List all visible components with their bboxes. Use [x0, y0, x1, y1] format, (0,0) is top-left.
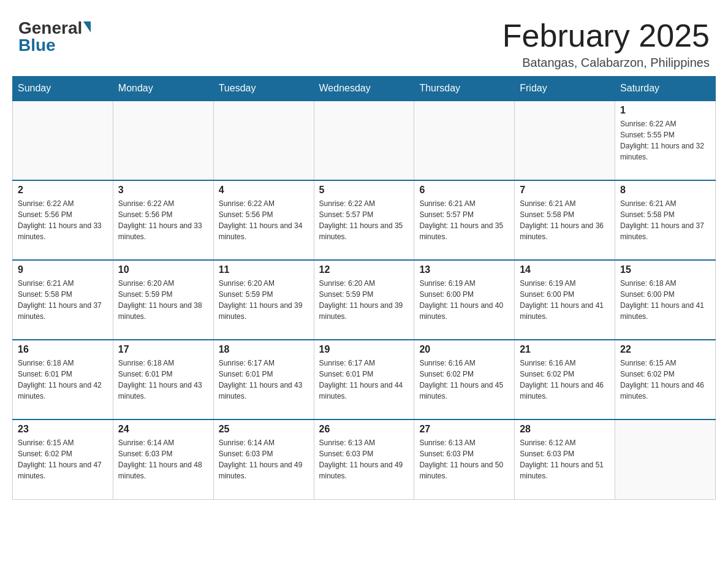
daylight-text: Daylight: 11 hours and 38 minutes. [118, 300, 208, 322]
daylight-text: Daylight: 11 hours and 35 minutes. [319, 220, 409, 242]
sunrise-text: Sunrise: 6:12 AM [520, 437, 610, 448]
sunset-text: Sunset: 6:03 PM [118, 448, 208, 459]
daylight-text: Daylight: 11 hours and 46 minutes. [520, 380, 610, 402]
calendar-week-row: 16Sunrise: 6:18 AMSunset: 6:01 PMDayligh… [13, 340, 716, 419]
sunrise-text: Sunrise: 6:14 AM [219, 437, 309, 448]
day-number: 27 [419, 424, 509, 435]
sunrise-text: Sunrise: 6:15 AM [18, 437, 108, 448]
calendar-day-cell: 19Sunrise: 6:17 AMSunset: 6:01 PMDayligh… [314, 340, 414, 419]
sunrise-text: Sunrise: 6:22 AM [118, 198, 208, 209]
calendar-day-cell: 26Sunrise: 6:13 AMSunset: 6:03 PMDayligh… [314, 419, 414, 499]
sunset-text: Sunset: 5:59 PM [319, 289, 409, 300]
logo: General Blue [18, 18, 91, 55]
sunrise-text: Sunrise: 6:18 AM [118, 358, 208, 369]
day-number: 12 [319, 264, 409, 275]
calendar-day-cell: 13Sunrise: 6:19 AMSunset: 6:00 PMDayligh… [414, 260, 515, 340]
daylight-text: Daylight: 11 hours and 34 minutes. [219, 220, 309, 242]
day-number: 10 [118, 264, 208, 275]
calendar-day-cell: 10Sunrise: 6:20 AMSunset: 5:59 PMDayligh… [113, 260, 213, 340]
day-number: 26 [319, 424, 409, 435]
calendar-day-cell: 3Sunrise: 6:22 AMSunset: 5:56 PMDaylight… [113, 180, 213, 260]
day-number: 16 [18, 344, 108, 355]
sunrise-text: Sunrise: 6:13 AM [319, 437, 409, 448]
sunset-text: Sunset: 6:00 PM [620, 289, 710, 300]
day-info: Sunrise: 6:13 AMSunset: 6:03 PMDaylight:… [319, 437, 409, 481]
sunrise-text: Sunrise: 6:16 AM [520, 358, 610, 369]
day-info: Sunrise: 6:22 AMSunset: 5:56 PMDaylight:… [18, 198, 108, 242]
calendar-day-cell: 14Sunrise: 6:19 AMSunset: 6:00 PMDayligh… [515, 260, 615, 340]
day-number: 9 [18, 264, 108, 275]
sunrise-text: Sunrise: 6:18 AM [620, 278, 710, 289]
title-section: February 2025 Batangas, Calabarzon, Phil… [502, 18, 710, 70]
day-info: Sunrise: 6:22 AMSunset: 5:55 PMDaylight:… [620, 118, 710, 163]
day-number: 17 [118, 344, 208, 355]
daylight-text: Daylight: 11 hours and 51 minutes. [520, 459, 610, 481]
daylight-text: Daylight: 11 hours and 45 minutes. [419, 380, 509, 402]
day-number: 23 [18, 424, 108, 435]
day-number: 1 [620, 105, 710, 116]
calendar-day-cell: 17Sunrise: 6:18 AMSunset: 6:01 PMDayligh… [113, 340, 213, 419]
calendar-day-cell: 15Sunrise: 6:18 AMSunset: 6:00 PMDayligh… [615, 260, 716, 340]
sunset-text: Sunset: 5:57 PM [319, 209, 409, 220]
day-info: Sunrise: 6:22 AMSunset: 5:56 PMDaylight:… [118, 198, 208, 242]
day-number: 14 [520, 264, 610, 275]
day-number: 19 [319, 344, 409, 355]
day-number: 3 [118, 185, 208, 196]
day-number: 24 [118, 424, 208, 435]
daylight-text: Daylight: 11 hours and 32 minutes. [620, 140, 710, 163]
sunrise-text: Sunrise: 6:20 AM [118, 278, 208, 289]
calendar-day-cell: 28Sunrise: 6:12 AMSunset: 6:03 PMDayligh… [515, 419, 615, 499]
daylight-text: Daylight: 11 hours and 43 minutes. [219, 380, 309, 402]
daylight-text: Daylight: 11 hours and 40 minutes. [419, 300, 509, 322]
day-info: Sunrise: 6:20 AMSunset: 5:59 PMDaylight:… [319, 278, 409, 322]
daylight-text: Daylight: 11 hours and 42 minutes. [18, 380, 108, 402]
calendar-day-cell [414, 101, 515, 180]
sunset-text: Sunset: 6:00 PM [419, 289, 509, 300]
calendar-day-cell [13, 101, 113, 180]
calendar-day-cell [515, 101, 615, 180]
day-number: 6 [419, 185, 509, 196]
daylight-text: Daylight: 11 hours and 50 minutes. [419, 459, 509, 481]
header-saturday: Saturday [615, 77, 716, 101]
calendar-week-row: 1Sunrise: 6:22 AMSunset: 5:55 PMDaylight… [13, 101, 716, 180]
calendar-header-row: Sunday Monday Tuesday Wednesday Thursday… [13, 77, 716, 101]
sunrise-text: Sunrise: 6:21 AM [419, 198, 509, 209]
calendar-day-cell [113, 101, 213, 180]
day-info: Sunrise: 6:21 AMSunset: 5:58 PMDaylight:… [520, 198, 610, 242]
day-info: Sunrise: 6:19 AMSunset: 6:00 PMDaylight:… [419, 278, 509, 322]
daylight-text: Daylight: 11 hours and 37 minutes. [18, 300, 108, 322]
day-info: Sunrise: 6:22 AMSunset: 5:57 PMDaylight:… [319, 198, 409, 242]
calendar-day-cell: 22Sunrise: 6:15 AMSunset: 6:02 PMDayligh… [615, 340, 716, 419]
daylight-text: Daylight: 11 hours and 41 minutes. [620, 300, 710, 322]
sunrise-text: Sunrise: 6:14 AM [118, 437, 208, 448]
sunset-text: Sunset: 6:02 PM [419, 369, 509, 380]
calendar-day-cell: 1Sunrise: 6:22 AMSunset: 5:55 PMDaylight… [615, 101, 716, 180]
daylight-text: Daylight: 11 hours and 43 minutes. [118, 380, 208, 402]
day-info: Sunrise: 6:19 AMSunset: 6:00 PMDaylight:… [520, 278, 610, 322]
calendar-day-cell: 27Sunrise: 6:13 AMSunset: 6:03 PMDayligh… [414, 419, 515, 499]
sunset-text: Sunset: 5:58 PM [18, 289, 108, 300]
day-number: 28 [520, 424, 610, 435]
day-info: Sunrise: 6:14 AMSunset: 6:03 PMDaylight:… [219, 437, 309, 481]
day-info: Sunrise: 6:20 AMSunset: 5:59 PMDaylight:… [118, 278, 208, 322]
sunset-text: Sunset: 6:03 PM [419, 448, 509, 459]
day-number: 18 [219, 344, 309, 355]
sunset-text: Sunset: 6:02 PM [520, 369, 610, 380]
day-number: 8 [620, 185, 710, 196]
sunset-text: Sunset: 6:00 PM [520, 289, 610, 300]
logo-arrow-icon [83, 21, 91, 33]
header-monday: Monday [113, 77, 213, 101]
sunrise-text: Sunrise: 6:21 AM [520, 198, 610, 209]
day-info: Sunrise: 6:21 AMSunset: 5:57 PMDaylight:… [419, 198, 509, 242]
day-info: Sunrise: 6:13 AMSunset: 6:03 PMDaylight:… [419, 437, 509, 481]
sunrise-text: Sunrise: 6:22 AM [219, 198, 309, 209]
calendar-week-row: 9Sunrise: 6:21 AMSunset: 5:58 PMDaylight… [13, 260, 716, 340]
calendar-day-cell: 4Sunrise: 6:22 AMSunset: 5:56 PMDaylight… [213, 180, 314, 260]
sunset-text: Sunset: 6:01 PM [219, 369, 309, 380]
calendar-day-cell: 23Sunrise: 6:15 AMSunset: 6:02 PMDayligh… [13, 419, 113, 499]
sunrise-text: Sunrise: 6:16 AM [419, 358, 509, 369]
daylight-text: Daylight: 11 hours and 39 minutes. [319, 300, 409, 322]
daylight-text: Daylight: 11 hours and 48 minutes. [118, 459, 208, 481]
calendar-day-cell: 7Sunrise: 6:21 AMSunset: 5:58 PMDaylight… [515, 180, 615, 260]
day-info: Sunrise: 6:16 AMSunset: 6:02 PMDaylight:… [419, 358, 509, 402]
